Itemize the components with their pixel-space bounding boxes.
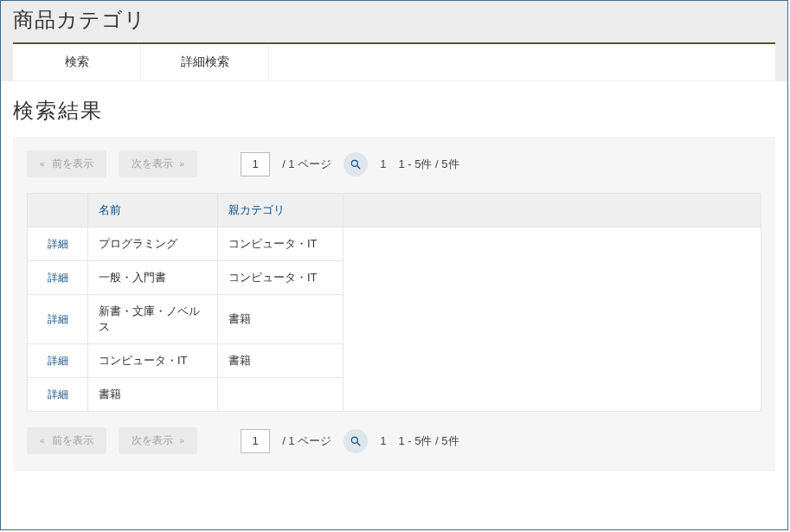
page-title: 商品カテゴリ: [13, 6, 775, 34]
detail-cell: 詳細: [28, 378, 88, 412]
next-label: 次を表示: [132, 157, 173, 171]
current-page-display: 1: [380, 157, 386, 170]
page-jump-button-bottom[interactable]: [344, 429, 368, 453]
svg-point-0: [352, 160, 358, 166]
chevron-left-icon: «: [40, 436, 45, 445]
results-panel: « 前を表示 次を表示 » / 1 ページ 1 1 - 5件 / 5件 名前 親…: [13, 137, 775, 471]
prev-page-button-bottom[interactable]: « 前を表示: [27, 427, 106, 454]
chevron-right-icon: »: [180, 436, 185, 445]
parent-cell: 書籍: [218, 344, 344, 378]
detail-link[interactable]: 詳細: [48, 238, 68, 250]
col-action: [28, 194, 88, 228]
page-jump-button[interactable]: [344, 152, 368, 176]
search-icon: [350, 158, 362, 170]
detail-cell: 詳細: [28, 228, 88, 261]
col-name: 名前: [88, 194, 218, 228]
parent-cell: コンピュータ・IT: [218, 261, 344, 295]
detail-cell: 詳細: [28, 344, 88, 378]
parent-cell: コンピュータ・IT: [218, 228, 344, 261]
chevron-left-icon: «: [40, 159, 45, 169]
results-table: 名前 親カテゴリ 詳細プログラミングコンピュータ・IT詳細一般・入門書コンピュー…: [27, 193, 761, 412]
results-header: 検索結果: [1, 81, 787, 137]
pager-bottom: « 前を表示 次を表示 » / 1 ページ 1 1 - 5件 / 5件: [27, 427, 761, 454]
spacer-cell: [344, 228, 761, 412]
detail-link[interactable]: 詳細: [48, 355, 68, 367]
name-cell: プログラミング: [88, 228, 218, 261]
search-icon: [350, 435, 362, 447]
name-cell: 書籍: [88, 378, 218, 412]
pager-top: « 前を表示 次を表示 » / 1 ページ 1 1 - 5件 / 5件: [27, 151, 761, 177]
tab-bar: 検索 詳細検索: [13, 44, 775, 81]
svg-line-3: [357, 442, 361, 445]
col-spacer: [344, 194, 761, 228]
app-frame: 商品カテゴリ 検索 詳細検索 検索結果 « 前を表示 次を表示 » / 1 ペー…: [0, 0, 788, 530]
chevron-right-icon: »: [180, 159, 185, 169]
record-range-label: 1 - 5件 / 5件: [398, 157, 459, 172]
detail-link[interactable]: 詳細: [48, 272, 68, 284]
table-row: 詳細プログラミングコンピュータ・IT: [28, 228, 761, 261]
record-range-label-bottom: 1 - 5件 / 5件: [398, 433, 459, 449]
next-label: 次を表示: [132, 433, 173, 448]
parent-cell: [218, 378, 344, 412]
total-pages-label-bottom: / 1 ページ: [282, 433, 331, 449]
table-header-row: 名前 親カテゴリ: [28, 194, 761, 228]
detail-link[interactable]: 詳細: [48, 313, 68, 325]
tab-advanced-search[interactable]: 詳細検索: [141, 44, 269, 80]
name-cell: コンピュータ・IT: [88, 344, 218, 378]
tab-search[interactable]: 検索: [13, 44, 141, 80]
svg-point-2: [352, 437, 358, 443]
results-heading: 検索結果: [13, 97, 775, 125]
prev-page-button[interactable]: « 前を表示: [27, 151, 106, 177]
svg-line-1: [357, 165, 361, 169]
header-region: 商品カテゴリ 検索 詳細検索: [1, 1, 787, 81]
current-page-display-bottom: 1: [380, 434, 386, 447]
prev-label: 前を表示: [52, 157, 93, 171]
detail-cell: 詳細: [28, 261, 88, 295]
next-page-button-bottom[interactable]: 次を表示 »: [119, 427, 198, 454]
page-number-input[interactable]: [241, 152, 270, 176]
total-pages-label: / 1 ページ: [282, 157, 331, 172]
prev-label: 前を表示: [52, 433, 93, 448]
sort-name-link[interactable]: 名前: [99, 203, 121, 216]
parent-cell: 書籍: [218, 295, 344, 344]
detail-cell: 詳細: [28, 295, 88, 344]
name-cell: 一般・入門書: [88, 261, 218, 295]
sort-parent-link[interactable]: 親カテゴリ: [228, 203, 285, 216]
name-cell: 新書・文庫・ノベルス: [88, 295, 218, 344]
page-number-input-bottom[interactable]: [241, 429, 270, 453]
col-parent: 親カテゴリ: [218, 194, 344, 228]
detail-link[interactable]: 詳細: [48, 388, 68, 401]
next-page-button[interactable]: 次を表示 »: [119, 151, 198, 177]
